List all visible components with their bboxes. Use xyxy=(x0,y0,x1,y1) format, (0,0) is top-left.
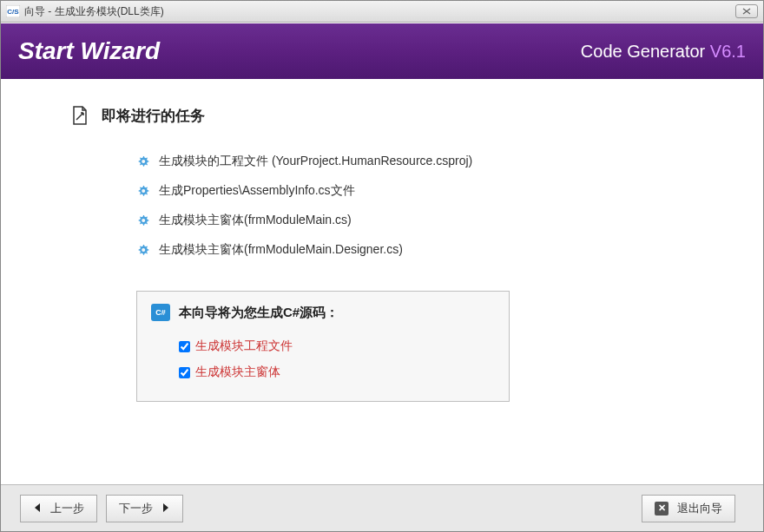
header-banner: Start Wizard Code Generator V6.1 xyxy=(1,23,763,79)
task-list: 生成模块的工程文件 (YourProject.HumanResource.csp… xyxy=(136,147,711,265)
check-item: 生成模块工程文件 xyxy=(179,333,495,359)
gear-icon xyxy=(136,213,150,227)
gear-icon xyxy=(136,243,150,257)
gear-icon xyxy=(136,184,150,198)
section-title: 即将进行的任务 xyxy=(102,106,205,126)
exit-icon: ✕ xyxy=(655,502,668,516)
task-text: 生成模块主窗体(frmModuleMain.Designer.cs) xyxy=(159,242,403,258)
window-title: 向导 - 生成业务模块(DLL类库) xyxy=(24,4,735,19)
checkbox-gen-mainform[interactable] xyxy=(179,367,190,378)
check-label: 生成模块主窗体 xyxy=(195,365,280,380)
task-item: 生成模块主窗体(frmModuleMain.cs) xyxy=(136,206,711,235)
task-text: 生成Properties\AssemblyInfo.cs文件 xyxy=(159,183,355,199)
gear-icon xyxy=(136,154,150,168)
close-button[interactable] xyxy=(735,4,758,18)
svg-point-3 xyxy=(142,189,145,193)
section-heading: 即将进行的任务 xyxy=(70,105,711,126)
check-item: 生成模块主窗体 xyxy=(179,359,495,385)
exit-label: 退出向导 xyxy=(677,501,722,516)
task-item: 生成模块的工程文件 (YourProject.HumanResource.csp… xyxy=(136,147,711,176)
checkbox-gen-project[interactable] xyxy=(179,341,190,352)
wizard-window: C/S 向导 - 生成业务模块(DLL类库) Start Wizard Code… xyxy=(0,0,764,532)
svg-point-5 xyxy=(142,248,145,252)
info-head: C# 本向导将为您生成C#源码： xyxy=(151,304,495,321)
footer-bar: 上一步 下一步 ✕ 退出向导 xyxy=(1,484,763,531)
prev-button[interactable]: 上一步 xyxy=(20,495,97,522)
banner-product: Code Generator V6.1 xyxy=(581,42,746,62)
info-box: C# 本向导将为您生成C#源码： 生成模块工程文件 生成模块主窗体 xyxy=(136,291,510,402)
svg-text:C/S: C/S xyxy=(7,8,19,16)
product-name: Code Generator xyxy=(581,42,710,61)
banner-title: Start Wizard xyxy=(18,37,581,65)
next-button[interactable]: 下一步 xyxy=(106,495,183,522)
titlebar: C/S 向导 - 生成业务模块(DLL类库) xyxy=(1,1,763,23)
task-item: 生成Properties\AssemblyInfo.cs文件 xyxy=(136,176,711,206)
arrow-right-icon xyxy=(161,502,170,516)
task-item: 生成模块主窗体(frmModuleMain.Designer.cs) xyxy=(136,235,711,265)
exit-button[interactable]: ✕ 退出向导 xyxy=(642,495,735,522)
svg-point-4 xyxy=(142,219,145,222)
prev-label: 上一步 xyxy=(50,501,84,516)
app-icon: C/S xyxy=(6,5,20,17)
arrow-left-icon xyxy=(33,502,42,516)
task-text: 生成模块的工程文件 (YourProject.HumanResource.csp… xyxy=(159,154,472,169)
check-label: 生成模块工程文件 xyxy=(195,338,293,354)
content-area: 即将进行的任务 生成模块的工程文件 (YourProject.HumanReso… xyxy=(1,79,763,484)
svg-point-2 xyxy=(142,160,145,163)
document-arrow-icon xyxy=(70,105,89,126)
info-title: 本向导将为您生成C#源码： xyxy=(179,305,339,321)
next-label: 下一步 xyxy=(119,501,153,516)
csharp-icon: C# xyxy=(151,304,170,321)
task-text: 生成模块主窗体(frmModuleMain.cs) xyxy=(159,213,352,228)
close-icon xyxy=(742,8,751,15)
product-version: V6.1 xyxy=(710,42,746,61)
